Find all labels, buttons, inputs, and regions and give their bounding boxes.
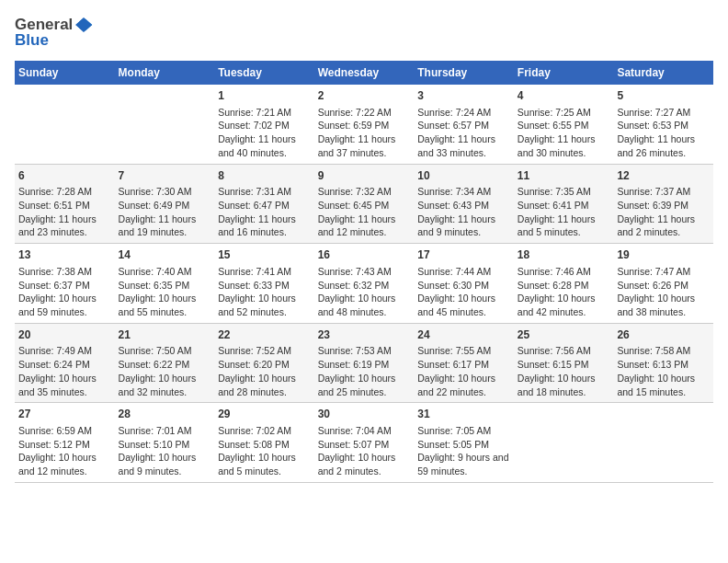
day-info: Sunrise: 7:31 AMSunset: 6:47 PMDaylight:… bbox=[218, 185, 311, 239]
weekday-header-monday: Monday bbox=[115, 61, 215, 85]
calendar-cell: 9Sunrise: 7:32 AMSunset: 6:45 PMDaylight… bbox=[314, 164, 415, 244]
calendar-cell: 24Sunrise: 7:55 AMSunset: 6:17 PMDayligh… bbox=[414, 323, 514, 403]
calendar-cell: 13Sunrise: 7:38 AMSunset: 6:37 PMDayligh… bbox=[15, 244, 115, 324]
weekday-header-saturday: Saturday bbox=[613, 61, 713, 85]
day-info: Sunrise: 7:22 AMSunset: 6:59 PMDaylight:… bbox=[318, 106, 411, 160]
calendar-cell: 27Sunrise: 6:59 AMSunset: 5:12 PMDayligh… bbox=[15, 403, 115, 483]
day-number: 25 bbox=[518, 327, 610, 343]
day-info: Sunrise: 7:24 AMSunset: 6:57 PMDaylight:… bbox=[417, 106, 510, 160]
day-info: Sunrise: 7:44 AMSunset: 6:30 PMDaylight:… bbox=[417, 265, 510, 319]
day-number: 4 bbox=[518, 88, 610, 104]
weekday-header-tuesday: Tuesday bbox=[214, 61, 314, 85]
day-info: Sunrise: 7:50 AMSunset: 6:22 PMDaylight:… bbox=[119, 344, 211, 398]
calendar-cell bbox=[514, 403, 614, 483]
day-number: 17 bbox=[417, 247, 510, 263]
day-number: 30 bbox=[318, 407, 411, 422]
calendar-week-row: 1Sunrise: 7:21 AMSunset: 7:02 PMDaylight… bbox=[15, 85, 713, 164]
calendar-cell: 25Sunrise: 7:56 AMSunset: 6:15 PMDayligh… bbox=[514, 323, 614, 403]
calendar-cell: 3Sunrise: 7:24 AMSunset: 6:57 PMDaylight… bbox=[414, 85, 514, 164]
day-info: Sunrise: 7:28 AMSunset: 6:51 PMDaylight:… bbox=[18, 185, 111, 239]
calendar-cell: 17Sunrise: 7:44 AMSunset: 6:30 PMDayligh… bbox=[414, 244, 514, 324]
page-header: General Blue bbox=[15, 15, 713, 50]
calendar-table: SundayMondayTuesdayWednesdayThursdayFrid… bbox=[15, 61, 713, 483]
day-number: 8 bbox=[218, 168, 311, 184]
calendar-cell: 21Sunrise: 7:50 AMSunset: 6:22 PMDayligh… bbox=[115, 323, 215, 403]
day-number: 1 bbox=[218, 88, 311, 104]
day-number: 27 bbox=[18, 407, 111, 422]
day-number: 22 bbox=[218, 327, 311, 343]
calendar-week-row: 13Sunrise: 7:38 AMSunset: 6:37 PMDayligh… bbox=[15, 244, 713, 324]
day-number: 20 bbox=[18, 327, 111, 343]
calendar-cell: 14Sunrise: 7:40 AMSunset: 6:35 PMDayligh… bbox=[115, 244, 215, 324]
day-number: 21 bbox=[119, 327, 211, 343]
day-info: Sunrise: 7:49 AMSunset: 6:24 PMDaylight:… bbox=[18, 344, 111, 398]
day-number: 16 bbox=[318, 247, 411, 263]
day-number: 2 bbox=[318, 88, 411, 104]
day-info: Sunrise: 7:37 AMSunset: 6:39 PMDaylight:… bbox=[617, 185, 710, 239]
day-info: Sunrise: 7:55 AMSunset: 6:17 PMDaylight:… bbox=[417, 344, 510, 398]
day-info: Sunrise: 7:34 AMSunset: 6:43 PMDaylight:… bbox=[417, 185, 510, 239]
calendar-cell bbox=[15, 85, 115, 164]
day-info: Sunrise: 7:40 AMSunset: 6:35 PMDaylight:… bbox=[119, 265, 211, 319]
day-number: 14 bbox=[119, 247, 211, 263]
day-number: 18 bbox=[518, 247, 610, 263]
calendar-cell: 1Sunrise: 7:21 AMSunset: 7:02 PMDaylight… bbox=[214, 85, 314, 164]
day-info: Sunrise: 7:53 AMSunset: 6:19 PMDaylight:… bbox=[318, 344, 411, 398]
calendar-cell: 20Sunrise: 7:49 AMSunset: 6:24 PMDayligh… bbox=[15, 323, 115, 403]
day-info: Sunrise: 7:27 AMSunset: 6:53 PMDaylight:… bbox=[617, 106, 710, 160]
calendar-cell: 4Sunrise: 7:25 AMSunset: 6:55 PMDaylight… bbox=[514, 85, 614, 164]
day-number: 5 bbox=[617, 88, 710, 104]
day-info: Sunrise: 6:59 AMSunset: 5:12 PMDaylight:… bbox=[18, 424, 111, 478]
day-info: Sunrise: 7:41 AMSunset: 6:33 PMDaylight:… bbox=[218, 265, 311, 319]
day-info: Sunrise: 7:46 AMSunset: 6:28 PMDaylight:… bbox=[518, 265, 610, 319]
calendar-cell bbox=[613, 403, 713, 483]
day-info: Sunrise: 7:58 AMSunset: 6:13 PMDaylight:… bbox=[617, 344, 710, 398]
day-number: 31 bbox=[417, 407, 510, 422]
day-number: 11 bbox=[518, 168, 610, 184]
day-info: Sunrise: 7:38 AMSunset: 6:37 PMDaylight:… bbox=[18, 265, 111, 319]
day-number: 3 bbox=[417, 88, 510, 104]
calendar-cell: 18Sunrise: 7:46 AMSunset: 6:28 PMDayligh… bbox=[514, 244, 614, 324]
day-info: Sunrise: 7:32 AMSunset: 6:45 PMDaylight:… bbox=[318, 185, 411, 239]
day-info: Sunrise: 7:43 AMSunset: 6:32 PMDaylight:… bbox=[318, 265, 411, 319]
calendar-cell: 28Sunrise: 7:01 AMSunset: 5:10 PMDayligh… bbox=[115, 403, 215, 483]
day-number: 28 bbox=[119, 407, 211, 422]
day-number: 26 bbox=[617, 327, 710, 343]
calendar-cell: 26Sunrise: 7:58 AMSunset: 6:13 PMDayligh… bbox=[613, 323, 713, 403]
day-number: 6 bbox=[18, 168, 111, 184]
calendar-week-row: 20Sunrise: 7:49 AMSunset: 6:24 PMDayligh… bbox=[15, 323, 713, 403]
calendar-cell: 19Sunrise: 7:47 AMSunset: 6:26 PMDayligh… bbox=[613, 244, 713, 324]
day-number: 10 bbox=[417, 168, 510, 184]
day-info: Sunrise: 7:52 AMSunset: 6:20 PMDaylight:… bbox=[218, 344, 311, 398]
day-info: Sunrise: 7:35 AMSunset: 6:41 PMDaylight:… bbox=[518, 185, 610, 239]
calendar-cell: 16Sunrise: 7:43 AMSunset: 6:32 PMDayligh… bbox=[314, 244, 415, 324]
calendar-cell: 31Sunrise: 7:05 AMSunset: 5:05 PMDayligh… bbox=[414, 403, 514, 483]
weekday-header-sunday: Sunday bbox=[15, 61, 115, 85]
calendar-cell: 2Sunrise: 7:22 AMSunset: 6:59 PMDaylight… bbox=[314, 85, 415, 164]
calendar-week-row: 27Sunrise: 6:59 AMSunset: 5:12 PMDayligh… bbox=[15, 403, 713, 483]
logo-icon bbox=[74, 15, 94, 35]
day-info: Sunrise: 7:02 AMSunset: 5:08 PMDaylight:… bbox=[218, 424, 311, 478]
calendar-cell: 12Sunrise: 7:37 AMSunset: 6:39 PMDayligh… bbox=[613, 164, 713, 244]
calendar-cell: 5Sunrise: 7:27 AMSunset: 6:53 PMDaylight… bbox=[613, 85, 713, 164]
calendar-cell: 23Sunrise: 7:53 AMSunset: 6:19 PMDayligh… bbox=[314, 323, 415, 403]
day-number: 12 bbox=[617, 168, 710, 184]
day-number: 19 bbox=[617, 247, 710, 263]
day-number: 29 bbox=[218, 407, 311, 422]
day-info: Sunrise: 7:05 AMSunset: 5:05 PMDaylight:… bbox=[417, 424, 510, 478]
weekday-header-thursday: Thursday bbox=[414, 61, 514, 85]
calendar-cell: 22Sunrise: 7:52 AMSunset: 6:20 PMDayligh… bbox=[214, 323, 314, 403]
calendar-cell: 8Sunrise: 7:31 AMSunset: 6:47 PMDaylight… bbox=[214, 164, 314, 244]
day-number: 24 bbox=[417, 327, 510, 343]
weekday-header-wednesday: Wednesday bbox=[314, 61, 415, 85]
day-info: Sunrise: 7:56 AMSunset: 6:15 PMDaylight:… bbox=[518, 344, 610, 398]
calendar-cell: 30Sunrise: 7:04 AMSunset: 5:07 PMDayligh… bbox=[314, 403, 415, 483]
weekday-header-row: SundayMondayTuesdayWednesdayThursdayFrid… bbox=[15, 61, 713, 85]
day-info: Sunrise: 7:25 AMSunset: 6:55 PMDaylight:… bbox=[518, 106, 610, 160]
day-number: 15 bbox=[218, 247, 311, 263]
calendar-week-row: 6Sunrise: 7:28 AMSunset: 6:51 PMDaylight… bbox=[15, 164, 713, 244]
calendar-cell: 29Sunrise: 7:02 AMSunset: 5:08 PMDayligh… bbox=[214, 403, 314, 483]
calendar-cell bbox=[115, 85, 215, 164]
calendar-cell: 10Sunrise: 7:34 AMSunset: 6:43 PMDayligh… bbox=[414, 164, 514, 244]
calendar-cell: 7Sunrise: 7:30 AMSunset: 6:49 PMDaylight… bbox=[115, 164, 215, 244]
